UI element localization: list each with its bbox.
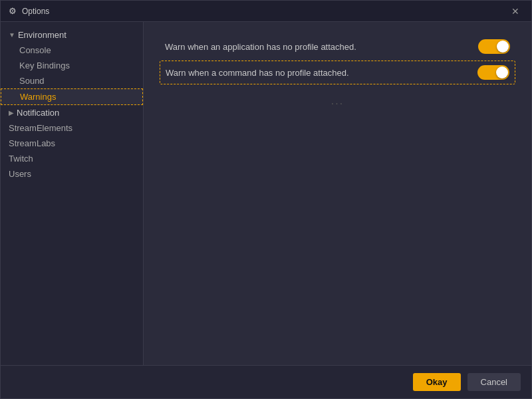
window-icon: ⚙ — [7, 6, 18, 17]
main-content: Warn when an application has no profile … — [144, 22, 531, 365]
toggle-knob-warn-command — [496, 66, 508, 78]
sidebar-item-twitch[interactable]: Twitch — [1, 151, 143, 166]
option-label-warn-application: Warn when an application has no profile … — [165, 42, 356, 52]
sidebar-label-stream-labs: StreamLabs — [9, 138, 55, 148]
option-row-warn-command: Warn when a command has no profile attac… — [160, 61, 515, 84]
sidebar-item-environment[interactable]: ▼Environment — [1, 27, 143, 43]
options-window: ⚙ Options ✕ ▼EnvironmentConsoleKey Bindi… — [0, 0, 532, 399]
sidebar-label-environment: Environment — [18, 30, 66, 40]
option-row-warn-application: Warn when an application has no profile … — [160, 35, 515, 58]
window-title: Options — [22, 7, 506, 16]
sidebar-item-notification[interactable]: ▶Notification — [1, 105, 143, 120]
sidebar-item-stream-elements[interactable]: StreamElements — [1, 120, 143, 136]
title-bar: ⚙ Options ✕ — [1, 1, 531, 22]
sidebar-label-users: Users — [9, 169, 31, 179]
sidebar: ▼EnvironmentConsoleKey BindingsSoundWarn… — [1, 22, 144, 365]
toggle-knob-warn-application — [497, 41, 509, 53]
okay-button[interactable]: Okay — [413, 373, 461, 391]
window-body: ▼EnvironmentConsoleKey BindingsSoundWarn… — [1, 22, 531, 365]
sidebar-label-key-bindings: Key Bindings — [19, 61, 70, 70]
sidebar-label-twitch: Twitch — [9, 154, 33, 164]
sidebar-item-console[interactable]: Console — [1, 43, 143, 58]
footer: Okay Cancel — [1, 365, 531, 398]
toggle-warn-application[interactable] — [478, 39, 510, 54]
sidebar-item-key-bindings[interactable]: Key Bindings — [1, 58, 143, 73]
toggle-warn-command[interactable] — [477, 65, 509, 80]
chevron-notification: ▶ — [9, 109, 14, 116]
chevron-environment: ▼ — [9, 31, 15, 39]
sidebar-label-warnings: Warnings — [20, 92, 56, 102]
sidebar-item-sound[interactable]: Sound — [1, 73, 143, 88]
sidebar-label-sound: Sound — [19, 76, 45, 86]
sidebar-item-users[interactable]: Users — [1, 166, 143, 182]
sidebar-label-notification: Notification — [17, 108, 59, 118]
sidebar-label-stream-elements: StreamElements — [9, 123, 72, 133]
cancel-button[interactable]: Cancel — [467, 373, 521, 391]
option-label-warn-command: Warn when a command has no profile attac… — [166, 68, 349, 78]
sidebar-item-stream-labs[interactable]: StreamLabs — [1, 136, 143, 151]
sidebar-label-console: Console — [19, 45, 51, 55]
close-button[interactable]: ✕ — [506, 2, 525, 21]
sidebar-item-warnings[interactable]: Warnings — [1, 88, 143, 105]
dots-divider: ··· — [160, 98, 515, 110]
